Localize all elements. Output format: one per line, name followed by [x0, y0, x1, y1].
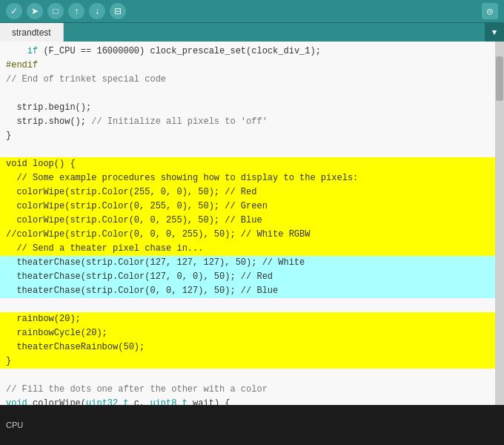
code-line: void loop() { — [0, 157, 495, 171]
bottom-bar: CPU — [0, 405, 504, 445]
code-line — [0, 87, 495, 101]
code-line: colorWipe(strip.Color(0, 0, 255), 50); /… — [0, 214, 495, 228]
code-line — [0, 143, 495, 157]
code-line: theaterChase(strip.Color(127, 0, 0), 50)… — [0, 270, 495, 284]
chevron-down-icon: ▼ — [492, 28, 497, 37]
upload-button[interactable]: ➤ — [27, 3, 43, 19]
code-line: // Fill the dots one after the other wit… — [0, 383, 495, 397]
code-line: // Some example procedures showing how t… — [0, 171, 495, 185]
verify-button[interactable]: ✓ — [6, 3, 22, 19]
code-line: strip.show(); // Initialize all pixels t… — [0, 115, 495, 129]
scrollbar[interactable] — [495, 42, 504, 405]
code-line: rainbow(20); — [0, 312, 495, 326]
code-line: if (F_CPU == 16000000) clock_prescale_se… — [0, 44, 495, 59]
editor-content[interactable]: if (F_CPU == 16000000) clock_prescale_se… — [0, 42, 495, 405]
cpu-label: CPU — [6, 421, 23, 429]
tab-label: strandtest — [12, 27, 51, 38]
serial-monitor-button[interactable]: ⊟ — [110, 3, 126, 19]
code-area: if (F_CPU == 16000000) clock_prescale_se… — [0, 42, 495, 405]
open-button[interactable]: ↑ — [68, 3, 84, 19]
code-line: theaterChase(strip.Color(127, 127, 127),… — [0, 256, 495, 270]
code-line — [0, 298, 495, 312]
save-button[interactable]: ↓ — [89, 3, 105, 19]
code-line: theaterChase(strip.Color(0, 0, 127), 50)… — [0, 284, 495, 298]
code-line: strip.begin(); — [0, 101, 495, 115]
settings-icon[interactable]: ◎ — [482, 3, 498, 19]
code-line: colorWipe(strip.Color(255, 0, 0), 50); /… — [0, 185, 495, 200]
code-line: } — [0, 129, 495, 143]
code-line: // End of trinket special code — [0, 73, 495, 87]
editor: if (F_CPU == 16000000) clock_prescale_se… — [0, 42, 504, 405]
new-button[interactable]: □ — [47, 3, 64, 19]
code-line: // Send a theater pixel chase in... — [0, 242, 495, 256]
tabbar: strandtest ▼ — [0, 22, 504, 42]
code-line: rainbowCycle(20); — [0, 326, 495, 340]
tab-dropdown-arrow[interactable]: ▼ — [485, 23, 504, 42]
toolbar: ✓ ➤ □ ↑ ↓ ⊟ ◎ — [0, 0, 504, 22]
code-line — [0, 369, 495, 383]
code-line: #endif — [0, 59, 495, 73]
code-line: } — [0, 355, 495, 369]
code-line: theaterChaseRainbow(50); — [0, 340, 495, 355]
status-line: CPU — [6, 421, 498, 429]
code-line: //colorWipe(strip.Color(0, 0, 0, 255), 5… — [0, 228, 495, 242]
tab-strandtest[interactable]: strandtest — [0, 23, 64, 42]
code-line: colorWipe(strip.Color(0, 255, 0), 50); /… — [0, 200, 495, 214]
code-line: void colorWipe(uint32_t c, uint8_t wait)… — [0, 397, 495, 405]
scrollbar-thumb[interactable] — [496, 56, 503, 101]
